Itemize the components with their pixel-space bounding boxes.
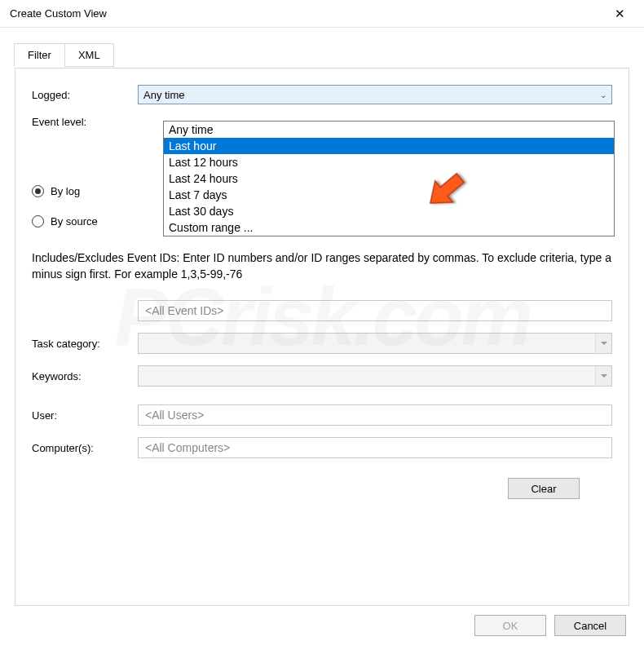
row-user: User: <box>32 404 612 426</box>
logged-combobox[interactable]: Any time ⌄ <box>138 85 612 104</box>
label-keywords: Keywords: <box>32 370 138 382</box>
dialog-content: PCrisk.com Filter XML Logged: Any time ⌄… <box>0 28 644 606</box>
clear-button[interactable]: Clear <box>508 478 580 499</box>
ok-button: OK <box>474 615 546 636</box>
close-button[interactable]: ✕ <box>603 7 636 21</box>
logged-value: Any time <box>143 89 600 101</box>
computers-input[interactable] <box>138 437 612 458</box>
row-task-category: Task category: <box>32 333 612 354</box>
panel-body: Logged: Any time ⌄ Any time Last hour La… <box>15 68 629 499</box>
radio-icon <box>32 215 44 228</box>
event-ids-input[interactable] <box>138 300 612 321</box>
option-last-12-hours[interactable]: Last 12 hours <box>164 154 614 170</box>
option-any-time[interactable]: Any time <box>164 122 614 138</box>
option-last-7-days[interactable]: Last 7 days <box>164 187 614 203</box>
option-last-30-days[interactable]: Last 30 days <box>164 203 614 219</box>
tab-xml[interactable]: XML <box>64 43 114 67</box>
dialog-button-bar: OK Cancel <box>474 615 626 636</box>
label-by-log: By log <box>51 185 80 197</box>
chevron-down-icon: ⌄ <box>600 91 607 99</box>
label-user: User: <box>32 409 138 422</box>
clear-row: Clear <box>32 478 612 499</box>
row-computers: Computer(s): <box>32 437 612 458</box>
label-task-category: Task category: <box>32 338 138 350</box>
row-logged: Logged: Any time ⌄ Any time Last hour La… <box>32 85 612 104</box>
logged-dropdown[interactable]: Any time Last hour Last 12 hours Last 24… <box>163 121 615 236</box>
option-last-24-hours[interactable]: Last 24 hours <box>164 170 614 187</box>
row-keywords: Keywords: <box>32 365 612 387</box>
chevron-down-icon <box>595 334 611 353</box>
radio-icon <box>32 185 44 197</box>
option-last-hour[interactable]: Last hour <box>164 138 614 154</box>
event-id-description: Includes/Excludes Event IDs: Enter ID nu… <box>32 250 612 282</box>
task-category-combobox <box>138 333 612 354</box>
row-event-ids <box>32 300 612 321</box>
window-title: Create Custom View <box>10 7 603 20</box>
cancel-button[interactable]: Cancel <box>554 615 626 636</box>
option-custom-range[interactable]: Custom range ... <box>164 219 614 236</box>
keywords-combobox[interactable] <box>138 365 612 387</box>
label-event-level: Event level: <box>32 116 138 128</box>
chevron-down-icon <box>595 366 611 386</box>
label-by-source: By source <box>51 215 98 228</box>
tab-panel: Logged: Any time ⌄ Any time Last hour La… <box>15 68 629 606</box>
label-computers: Computer(s): <box>32 442 138 454</box>
tab-strip: Filter XML <box>14 43 629 67</box>
title-bar: Create Custom View ✕ <box>0 0 644 28</box>
tab-filter[interactable]: Filter <box>14 43 65 67</box>
label-logged: Logged: <box>32 89 138 101</box>
user-input[interactable] <box>138 404 612 426</box>
